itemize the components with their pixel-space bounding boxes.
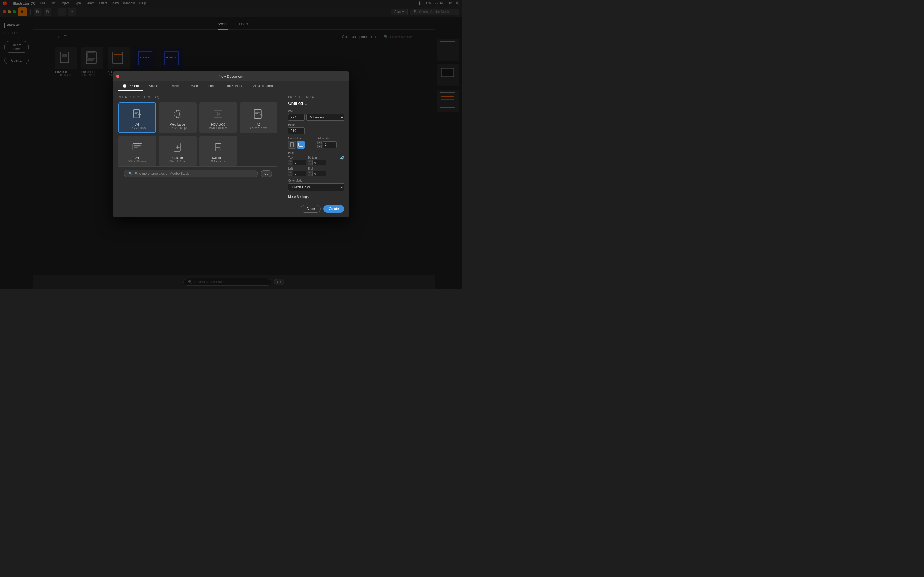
preset-card-6[interactable]: [Custom] 59.4 x 42 mm bbox=[199, 136, 237, 166]
dialog-tabs: 🕐 Recent Saved Mobile Web Print Film & V… bbox=[113, 81, 349, 91]
bleed-top-field: Top ▲ ▼ bbox=[288, 156, 306, 165]
svg-line-49 bbox=[179, 149, 180, 150]
preset-icon-2 bbox=[212, 108, 225, 121]
preset-size-5: 229 x 380 mm bbox=[169, 160, 186, 163]
svg-marker-36 bbox=[217, 113, 220, 115]
presets-grid: A4 297 x 210 mm bbox=[118, 103, 278, 166]
artboards-label: Artboards bbox=[317, 137, 344, 140]
unit-select[interactable]: Millimeters Pixels Inches Centimeters bbox=[306, 114, 344, 121]
orientation-label: Orientation bbox=[288, 137, 315, 140]
preset-name-large[interactable]: Untitled-1 bbox=[288, 101, 344, 106]
preset-size-2: 1920 x 1080 px bbox=[209, 127, 228, 130]
preset-icon-4 bbox=[131, 141, 144, 154]
bleed-top-decrement[interactable]: ▼ bbox=[288, 163, 292, 165]
preset-card-0[interactable]: A4 297 x 210 mm bbox=[118, 103, 156, 133]
preset-size-1: 1920 x 1080 px bbox=[168, 127, 187, 130]
find-input[interactable]: 🔍 Find more templates on Adobe Stock bbox=[124, 170, 258, 177]
svg-line-48 bbox=[176, 145, 176, 146]
color-mode-section: Color Mode CMYK Color RGB Color bbox=[288, 179, 344, 191]
find-templates: 🔍 Find more templates on Adobe Stock Go bbox=[118, 166, 278, 181]
bleed-top-increment[interactable]: ▲ bbox=[288, 160, 292, 163]
preset-name-6: [Custom] bbox=[212, 156, 224, 160]
bleed-right-increment[interactable]: ▲ bbox=[308, 171, 312, 173]
bleed-left-label: Left bbox=[288, 167, 306, 170]
orientation-row: Orientation bbox=[288, 137, 344, 149]
preset-name-2: HDV 1080 bbox=[211, 123, 225, 126]
bleed-left-spin: ▲ ▼ bbox=[288, 171, 292, 176]
preset-icon-1 bbox=[171, 108, 184, 121]
dialog-tab-saved[interactable]: Saved bbox=[144, 81, 163, 91]
artboards-input[interactable] bbox=[323, 141, 337, 148]
modal-overlay: New Document 🕐 Recent Saved Mobile Web P… bbox=[0, 0, 462, 288]
preset-card-5[interactable]: [Custom] 229 x 380 mm bbox=[159, 136, 196, 166]
landscape-button[interactable] bbox=[297, 141, 305, 149]
preset-icon-3 bbox=[252, 108, 265, 121]
bleed-bottom-field: Bottom ▲ ▼ bbox=[308, 156, 326, 165]
bleed-left-field: Left ▲ ▼ bbox=[288, 167, 306, 176]
height-field-row: Height bbox=[288, 123, 344, 134]
dialog-actions: Close Create bbox=[288, 205, 344, 213]
dialog-tab-film[interactable]: Film & Video bbox=[220, 81, 248, 91]
preset-name-5: [Custom] bbox=[171, 156, 184, 160]
bleed-right-decrement[interactable]: ▼ bbox=[308, 174, 312, 176]
bleed-bottom-increment[interactable]: ▲ bbox=[308, 160, 312, 163]
svg-rect-41 bbox=[132, 144, 142, 150]
dialog-tab-art[interactable]: Art & Illustration bbox=[249, 81, 281, 91]
artboards-input-wrap: ▲ ▼ bbox=[317, 141, 344, 148]
svg-line-54 bbox=[220, 149, 220, 150]
dialog-tab-print[interactable]: Print bbox=[204, 81, 219, 91]
dialog-tab-mobile[interactable]: Mobile bbox=[167, 81, 186, 91]
bleed-bottom-decrement[interactable]: ▼ bbox=[308, 163, 312, 165]
bleed-left-increment[interactable]: ▲ bbox=[288, 171, 292, 173]
bleed-left-decrement[interactable]: ▼ bbox=[288, 174, 292, 176]
preset-name-0: A4 bbox=[135, 123, 139, 126]
bleed-section: Bleed Top ▲ ▼ bbox=[288, 152, 344, 176]
svg-rect-56 bbox=[299, 143, 303, 147]
bleed-bottom-input[interactable] bbox=[312, 160, 326, 165]
bleed-top-input[interactable] bbox=[292, 160, 306, 165]
bleed-link-icon[interactable]: 🔗 bbox=[339, 156, 344, 160]
dialog-close-button[interactable] bbox=[116, 75, 120, 78]
bleed-bottom-label: Bottom bbox=[308, 156, 326, 159]
width-input[interactable] bbox=[288, 114, 305, 121]
dialog-left: YOUR RECENT ITEMS (7) bbox=[113, 91, 283, 217]
artboards-increment-button[interactable]: ▲ bbox=[317, 141, 322, 144]
svg-line-53 bbox=[216, 145, 217, 146]
find-search-icon: 🔍 bbox=[128, 172, 132, 176]
preset-name-3: A3 bbox=[257, 123, 260, 126]
bleed-right-input[interactable] bbox=[312, 171, 326, 176]
orientation-section: Orientation bbox=[288, 137, 315, 149]
svg-rect-37 bbox=[254, 110, 261, 118]
more-settings-button[interactable]: More Settings bbox=[288, 195, 344, 199]
portrait-button[interactable] bbox=[288, 141, 296, 149]
artboards-spin-buttons: ▲ ▼ bbox=[317, 141, 322, 148]
orientation-buttons bbox=[288, 141, 315, 149]
close-dialog-button[interactable]: Close bbox=[300, 205, 321, 213]
preset-card-1[interactable]: Web-Large 1920 x 1080 px bbox=[159, 103, 196, 133]
preset-icon-0 bbox=[131, 108, 144, 121]
dialog-tab-web[interactable]: Web bbox=[187, 81, 202, 91]
bleed-left-input[interactable] bbox=[292, 171, 306, 176]
preset-card-2[interactable]: HDV 1080 1920 x 1080 px bbox=[199, 103, 237, 133]
preset-card-3[interactable]: A3 420 x 297 mm bbox=[240, 103, 278, 133]
find-go-button[interactable]: Go bbox=[261, 170, 272, 177]
bleed-bottom-spin: ▲ ▼ bbox=[308, 160, 312, 165]
preset-size-4: 210 x 297 mm bbox=[128, 160, 146, 163]
height-label: Height bbox=[288, 123, 344, 126]
bleed-top-label: Top bbox=[288, 156, 306, 159]
color-mode-select[interactable]: CMYK Color RGB Color bbox=[288, 183, 344, 191]
create-document-button[interactable]: Create bbox=[323, 205, 344, 213]
bleed-right-label: Right bbox=[308, 167, 326, 170]
preset-size-3: 420 x 297 mm bbox=[250, 127, 267, 130]
width-input-group: Millimeters Pixels Inches Centimeters bbox=[288, 114, 344, 121]
height-input[interactable] bbox=[288, 127, 305, 134]
preset-name-1: Web-Large bbox=[170, 123, 185, 126]
preset-icon-5 bbox=[171, 141, 184, 154]
bleed-right-spin: ▲ ▼ bbox=[308, 171, 312, 176]
preset-card-4[interactable]: A4 210 x 297 mm bbox=[118, 136, 156, 166]
preset-size-0: 297 x 210 mm bbox=[128, 127, 146, 130]
preset-icon-6 bbox=[212, 141, 225, 154]
dialog-tab-recent[interactable]: 🕐 Recent bbox=[118, 81, 143, 91]
artboards-decrement-button[interactable]: ▼ bbox=[317, 145, 322, 148]
width-label: Width bbox=[288, 110, 344, 113]
